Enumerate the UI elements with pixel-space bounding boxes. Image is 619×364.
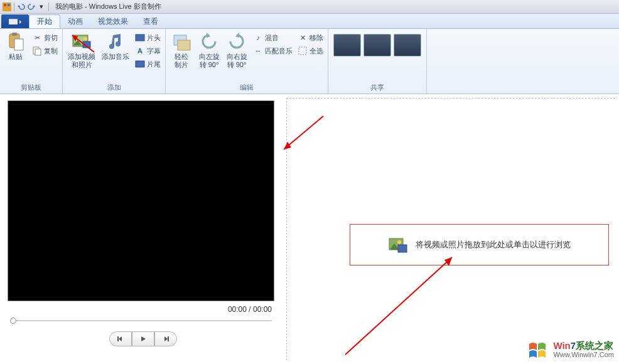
rotate-right-icon	[227, 31, 247, 51]
window-title: 我的电影 - Windows Live 影音制作	[53, 2, 161, 11]
share-thumb[interactable]	[333, 34, 361, 56]
svg-point-12	[83, 37, 87, 41]
media-icon	[388, 236, 408, 254]
ribbon-tabs: 开始 动画 视觉效果 查看	[0, 14, 619, 29]
ribbon: 粘贴 ✂剪切 复制 剪贴板 添加视频 和照片 添加音乐 片头 A字幕 片尾	[0, 29, 619, 94]
watermark: Win7系统之家 Www.Winwin7.Com	[527, 340, 614, 360]
windows-logo-icon	[527, 340, 549, 360]
svg-rect-14	[136, 35, 144, 41]
svg-rect-15	[136, 61, 144, 67]
video-preview	[8, 100, 274, 301]
group-add: 添加视频 和照片 添加音乐 片头 A字幕 片尾 添加	[63, 29, 166, 94]
mix-icon: ♪	[253, 33, 263, 43]
svg-rect-17	[178, 40, 190, 50]
music-icon	[105, 31, 126, 51]
remove-icon: ✕	[298, 33, 308, 43]
svg-point-22	[397, 240, 401, 244]
selectall-icon	[298, 46, 308, 56]
qat-dropdown-icon[interactable]: ▾	[37, 3, 46, 11]
svg-rect-18	[299, 47, 306, 55]
file-tab[interactable]	[1, 14, 29, 28]
app-icon	[3, 3, 11, 11]
svg-rect-20	[168, 336, 169, 341]
svg-rect-2	[8, 4, 10, 6]
play-button[interactable]	[132, 331, 154, 346]
add-music-button[interactable]: 添加音乐	[99, 30, 132, 62]
share-thumb[interactable]	[363, 34, 391, 56]
group-share: 共享	[328, 29, 427, 94]
caption-icon: A	[135, 46, 145, 56]
svg-rect-13	[83, 41, 90, 48]
playback-time: 00:00 / 00:00	[8, 301, 274, 316]
next-frame-button[interactable]	[154, 331, 177, 346]
share-gallery[interactable]	[331, 30, 424, 60]
svg-rect-7	[14, 39, 23, 50]
drop-hint-box[interactable]: 将视频或照片拖放到此处或单击以进行浏览	[350, 224, 609, 265]
workspace: 00:00 / 00:00 将视频或照片拖放到此处或单击以进行浏览	[0, 94, 619, 364]
select-all-button[interactable]: 全选	[296, 45, 325, 57]
watermark-brand: Win7系统之家	[553, 341, 613, 350]
redo-icon[interactable]	[27, 3, 36, 11]
add-video-photo-button[interactable]: 添加视频 和照片	[65, 30, 98, 70]
title-icon	[135, 33, 145, 43]
prev-frame-button[interactable]	[109, 331, 132, 346]
svg-rect-23	[398, 245, 407, 252]
easyclip-icon	[171, 31, 191, 51]
preview-pane: 00:00 / 00:00	[0, 94, 286, 364]
cut-button[interactable]: ✂剪切	[30, 31, 60, 44]
share-thumb[interactable]	[394, 34, 421, 56]
paste-button[interactable]: 粘贴	[3, 30, 29, 62]
tab-home[interactable]: 开始	[29, 14, 60, 28]
group-clipboard: 粘贴 ✂剪切 复制 剪贴板	[0, 29, 63, 94]
undo-icon[interactable]	[17, 3, 26, 11]
cut-icon: ✂	[32, 33, 42, 43]
rotate-left-button[interactable]: 向左旋 转 90°	[196, 30, 222, 70]
seek-slider[interactable]	[8, 316, 274, 325]
fitmusic-icon: ↔	[253, 46, 263, 56]
remove-button[interactable]: ✕移除	[296, 31, 325, 44]
drop-hint-text: 将视频或照片拖放到此处或单击以进行浏览	[416, 239, 571, 250]
easy-clip-button[interactable]: 轻松 制片	[168, 30, 195, 70]
svg-rect-6	[12, 33, 17, 36]
svg-rect-4	[9, 19, 18, 20]
video-photo-icon	[72, 31, 92, 51]
fit-music-button[interactable]: ↔匹配音乐	[251, 45, 294, 57]
quick-access-toolbar: ▾	[0, 3, 53, 11]
playback-controls	[8, 331, 279, 346]
paste-icon	[6, 31, 26, 51]
mix-button[interactable]: ♪混音	[251, 31, 294, 44]
group-edit: 轻松 制片 向左旋 转 90° 向右旋 转 90° ♪混音 ↔匹配音乐 ✕移除 …	[166, 29, 328, 94]
copy-button[interactable]: 复制	[30, 45, 60, 57]
svg-rect-1	[4, 4, 6, 6]
credits-button[interactable]: 片尾	[133, 58, 163, 70]
rotate-right-button[interactable]: 向右旋 转 90°	[223, 30, 250, 70]
watermark-url: Www.Winwin7.Com	[553, 350, 614, 359]
caption-button[interactable]: A字幕	[133, 45, 163, 57]
copy-icon	[32, 46, 42, 56]
tab-view[interactable]: 查看	[136, 14, 166, 28]
title-button[interactable]: 片头	[133, 31, 163, 44]
title-bar: ▾ 我的电影 - Windows Live 影音制作	[0, 0, 619, 14]
tab-animation[interactable]: 动画	[60, 14, 90, 28]
svg-rect-19	[117, 336, 119, 341]
timeline-pane[interactable]: 将视频或照片拖放到此处或单击以进行浏览	[286, 98, 615, 360]
rotate-left-icon	[199, 31, 219, 51]
svg-rect-9	[35, 49, 41, 55]
tab-visual-effects[interactable]: 视觉效果	[90, 14, 136, 28]
credits-icon	[135, 59, 145, 69]
